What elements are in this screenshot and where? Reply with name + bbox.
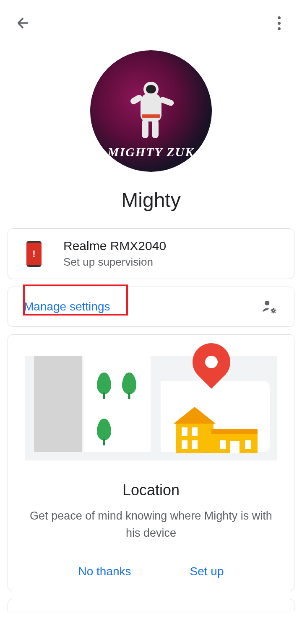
location-title: Location bbox=[25, 481, 277, 499]
set-up-button[interactable]: Set up bbox=[190, 565, 224, 578]
more-options-button[interactable] bbox=[268, 13, 289, 34]
profile-name: Mighty bbox=[121, 189, 180, 212]
phone-alert-icon: ! bbox=[26, 241, 42, 267]
device-card[interactable]: ! Realme RMX2040 Set up supervision bbox=[8, 228, 294, 279]
location-illustration bbox=[25, 356, 277, 460]
profile-section: MIGHTY ZUK Mighty bbox=[0, 42, 302, 228]
device-subtitle: Set up supervision bbox=[63, 256, 276, 269]
user-gear-icon bbox=[260, 298, 278, 316]
no-thanks-button[interactable]: No thanks bbox=[78, 565, 131, 578]
manage-settings-card[interactable]: Manage settings bbox=[8, 287, 294, 327]
svg-point-0 bbox=[265, 301, 269, 305]
avatar-text: MIGHTY ZUK bbox=[108, 145, 194, 159]
location-card: Location Get peace of mind knowing where… bbox=[8, 334, 294, 591]
svg-point-1 bbox=[272, 310, 275, 312]
partial-next-card bbox=[8, 599, 294, 611]
device-name: Realme RMX2040 bbox=[63, 239, 276, 253]
manage-settings-link[interactable]: Manage settings bbox=[24, 300, 110, 313]
back-button[interactable] bbox=[13, 13, 34, 34]
more-vertical-icon bbox=[278, 16, 281, 19]
map-pin-icon bbox=[193, 343, 230, 393]
location-description: Get peace of mind knowing where Mighty i… bbox=[25, 507, 277, 541]
avatar[interactable]: MIGHTY ZUK bbox=[90, 50, 212, 172]
astronaut-icon bbox=[126, 78, 176, 145]
arrow-left-icon bbox=[15, 15, 31, 31]
